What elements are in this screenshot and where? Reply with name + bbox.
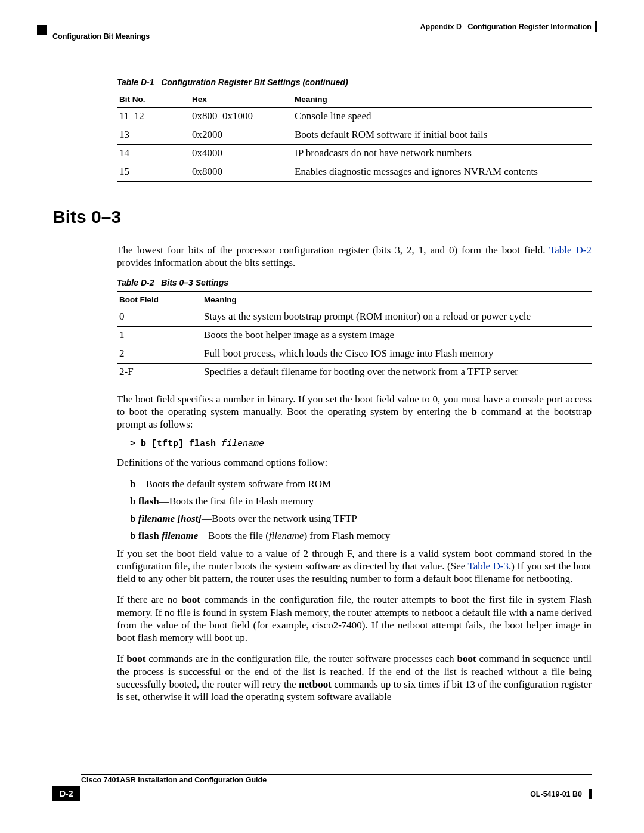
table-d2: Boot Field Meaning 0 Stays at the system… (117, 291, 592, 382)
def3b: —Boots over the network using TFTP (202, 513, 357, 524)
paragraph-defs-intro: Definitions of the various command optio… (117, 456, 592, 469)
t2-r1-c1: 1 (117, 326, 202, 345)
table-row: 2-F Specifies a default filename for boo… (117, 363, 592, 382)
t2-h1: Boot Field (117, 291, 202, 308)
def3a: b (130, 513, 138, 524)
t2-r0-c1: 0 (117, 308, 202, 326)
table-row: 13 0x2000 Boots default ROM software if … (117, 126, 592, 145)
table-row: 2 Full boot process, which loads the Cis… (117, 345, 592, 363)
t2-r0-c2: Stays at the system bootstrap prompt (RO… (202, 308, 592, 326)
page-footer: Cisco 7401ASR Installation and Configura… (52, 774, 592, 801)
paragraph-bootfield: The boot field specifies a number in bin… (117, 393, 592, 431)
table2-caption-title: Bits 0–3 Settings (161, 278, 228, 287)
code-prefix: > b [tftp] flash (130, 439, 221, 449)
table-row: 0 Stays at the system bootstrap prompt (… (117, 308, 592, 326)
t1-h3: Meaning (292, 91, 592, 108)
def4i: filename (162, 530, 198, 541)
def-b-flash: b flash—Boots the first file in Flash me… (130, 495, 592, 507)
t2-r3-c2: Specifies a default filename for booting… (202, 363, 592, 382)
t1-r1-c3: Boots default ROM software if initial bo… (292, 126, 592, 145)
table2-caption-num: Table D-2 (117, 278, 154, 287)
p5a: If there are no (117, 594, 181, 605)
appendix-label: Appendix D (420, 23, 461, 31)
t1-r2-c2: 0x4000 (190, 145, 292, 163)
t1-r2-c1: 14 (117, 145, 190, 163)
t1-r1-c1: 13 (117, 126, 190, 145)
def-b-flash-filename: b flash filename—Boots the file (filenam… (130, 529, 592, 542)
link-table-d3[interactable]: Table D-3 (467, 561, 508, 572)
header-left-section: Configuration Bit Meanings (52, 32, 150, 41)
paragraph-intro: The lowest four bits of the processor co… (117, 244, 592, 270)
table-d1: Bit No. Hex Meaning 11–12 0x800–0x1000 C… (117, 91, 592, 182)
doc-number-wrap: OL-5419-01 B0 (530, 788, 592, 800)
table-row: 1 Boots the boot helper image as a syste… (117, 326, 592, 345)
t1-h2: Hex (190, 91, 292, 108)
def-b-filename: b filename [host]—Boots over the network… (130, 512, 592, 525)
def1b: —Boots the default system software from … (135, 478, 331, 490)
code-snippet: > b [tftp] flash filename (130, 439, 592, 449)
table-row: 15 0x8000 Enables diagnostic messages an… (117, 163, 592, 182)
page-marker-square (37, 25, 47, 35)
t1-h1: Bit No. (117, 91, 190, 108)
p6a: If (117, 653, 126, 664)
def-b: b—Boots the default system software from… (130, 478, 592, 490)
p1a: The lowest four bits of the processor co… (117, 244, 549, 256)
paragraph-no-boot: If there are no boot commands in the con… (117, 593, 592, 644)
link-table-d2[interactable]: Table D-2 (549, 244, 592, 256)
t2-r1-c2: Boots the boot helper image as a system … (202, 326, 592, 345)
definitions-list: b—Boots the default system software from… (117, 478, 592, 543)
t1-r0-c3: Console line speed (292, 108, 592, 126)
footer-title: Cisco 7401ASR Installation and Configura… (81, 775, 592, 784)
p6c: commands are in the configuration file, … (145, 653, 457, 664)
t1-r3-c3: Enables diagnostic messages and ignores … (292, 163, 592, 182)
t2-h2: Meaning (202, 291, 592, 308)
p6b: boot (126, 653, 145, 664)
section-heading-bits-0-3: Bits 0–3 (52, 207, 592, 227)
table2-caption: Table D-2 Bits 0–3 Settings (117, 278, 592, 287)
t1-r0-c2: 0x800–0x1000 (190, 108, 292, 126)
table1-caption-num: Table D-1 (117, 78, 154, 87)
p5b: boot (181, 594, 200, 605)
table1-caption-title: Configuration Register Bit Settings (con… (161, 78, 348, 87)
t2-r2-c1: 2 (117, 345, 202, 363)
def4i2: filename (269, 530, 304, 541)
t1-r2-c3: IP broadcasts do not have network number… (292, 145, 592, 163)
p1b: provides information about the bits sett… (117, 257, 295, 268)
paragraph-boot-commands: If boot commands are in the configuratio… (117, 652, 592, 703)
table1-caption: Table D-1 Configuration Register Bit Set… (117, 78, 592, 87)
def4b: —Boots the file ( (198, 530, 269, 541)
t1-r1-c2: 0x2000 (190, 126, 292, 145)
p6d: boot (457, 653, 476, 664)
header-rule-right (595, 21, 597, 32)
p2b: b (471, 406, 476, 417)
doc-number: OL-5419-01 B0 (530, 790, 582, 798)
paragraph-boot-2f: If you set the boot field value to a val… (117, 547, 592, 586)
t1-r3-c1: 15 (117, 163, 190, 182)
footer-rule-right (589, 789, 592, 799)
def3i: filename [host] (138, 513, 202, 524)
p6f: netboot (299, 679, 332, 690)
table-row: 14 0x4000 IP broadcasts do not have netw… (117, 145, 592, 163)
chapter-label: Configuration Register Information (467, 23, 592, 31)
t2-r3-c1: 2-F (117, 363, 202, 382)
t1-r3-c2: 0x8000 (190, 163, 292, 182)
code-arg: filename (221, 439, 264, 449)
def2b: —Boots the first file in Flash memory (159, 496, 314, 507)
t2-r2-c2: Full boot process, which loads the Cisco… (202, 345, 592, 363)
def4c: ) from Flash memory (304, 530, 390, 541)
page-number: D-2 (52, 786, 80, 801)
header-right: Appendix D Configuration Register Inform… (420, 23, 592, 31)
t1-r0-c1: 11–12 (117, 108, 190, 126)
def4a: b flash (130, 530, 162, 541)
def2a: b flash (130, 496, 159, 507)
table-row: 11–12 0x800–0x1000 Console line speed (117, 108, 592, 126)
